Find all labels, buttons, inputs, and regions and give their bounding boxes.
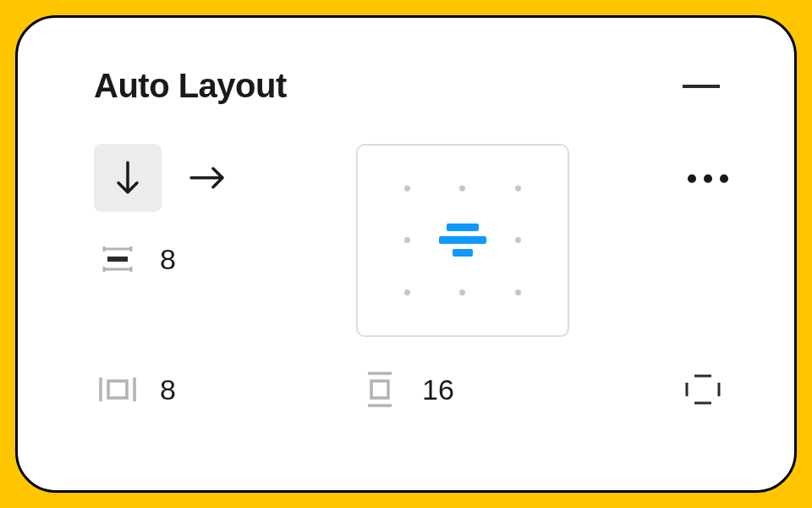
left-controls	[94, 144, 305, 283]
individual-padding-icon	[682, 371, 724, 408]
vertical-padding-input[interactable]	[422, 373, 498, 406]
more-icon	[688, 174, 696, 183]
horizontal-padding-input[interactable]	[160, 373, 236, 406]
padding-row	[94, 366, 735, 413]
direction-horizontal-button[interactable]	[173, 144, 241, 212]
align-middle-right[interactable]	[491, 214, 546, 266]
horizontal-padding-icon	[94, 366, 141, 413]
align-bottom-center[interactable]	[435, 267, 490, 318]
align-middle-center[interactable]	[435, 214, 490, 266]
auto-layout-panel: Auto Layout	[15, 15, 797, 493]
svg-rect-13	[371, 381, 388, 398]
direction-toggle	[94, 144, 305, 212]
align-top-left[interactable]	[380, 163, 435, 214]
align-top-center[interactable]	[435, 163, 490, 214]
controls-row	[94, 144, 735, 337]
alignment-grid[interactable]	[356, 144, 569, 337]
svg-rect-5	[107, 257, 128, 262]
minus-icon	[683, 85, 720, 88]
arrow-right-icon	[188, 161, 227, 195]
more-options-button[interactable]	[681, 168, 735, 190]
horizontal-padding-row	[94, 366, 356, 413]
direction-vertical-button[interactable]	[94, 144, 162, 212]
svg-rect-10	[108, 381, 127, 398]
remove-auto-layout-button[interactable]	[674, 76, 728, 97]
panel-title: Auto Layout	[94, 67, 287, 105]
align-middle-left[interactable]	[380, 214, 435, 266]
item-spacing-icon	[94, 235, 141, 283]
item-spacing-row	[94, 235, 305, 283]
align-top-right[interactable]	[491, 163, 546, 214]
alignment-indicator-icon	[439, 224, 486, 257]
panel-header: Auto Layout	[94, 67, 735, 105]
vertical-padding-icon	[356, 366, 403, 413]
individual-padding-button[interactable]	[679, 366, 727, 413]
alignment-control	[356, 144, 569, 337]
align-bottom-left[interactable]	[380, 267, 435, 318]
arrow-down-icon	[111, 159, 145, 196]
item-spacing-input[interactable]	[160, 243, 236, 276]
align-bottom-right[interactable]	[491, 267, 546, 318]
vertical-padding-row	[356, 366, 498, 413]
